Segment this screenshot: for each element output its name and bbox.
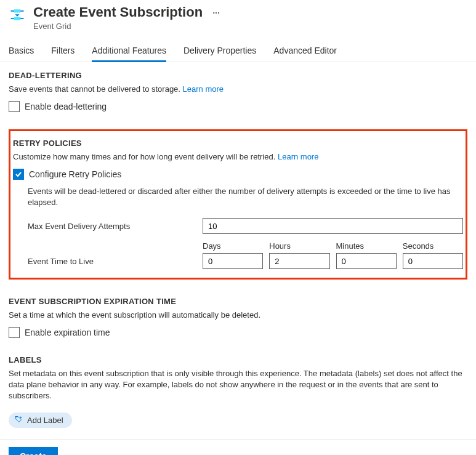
tag-plus-icon [15, 416, 22, 425]
tabs: Basics Filters Additional Features Deliv… [0, 42, 476, 62]
tab-basics[interactable]: Basics [9, 42, 34, 62]
ttl-days-label: Days [203, 241, 263, 251]
checkbox-enable-dead-lettering[interactable] [9, 101, 20, 112]
checkbox-label-expiration: Enable expiration time [25, 328, 110, 337]
section-title-expiration: EVENT SUBSCRIPTION EXPIRATION TIME [9, 297, 467, 306]
input-ttl-minutes[interactable] [336, 253, 397, 269]
learn-more-retry-policies[interactable]: Learn more [278, 152, 318, 161]
svg-rect-3 [14, 17, 21, 20]
checkbox-configure-retry-policies[interactable] [13, 169, 24, 180]
label-event-ttl: Event Time to Live [28, 257, 203, 269]
tab-advanced-editor[interactable]: Advanced Editor [273, 42, 337, 62]
create-button[interactable]: Create [9, 447, 58, 455]
event-grid-icon [9, 6, 26, 23]
checkbox-label-retry-policies: Configure Retry Policies [29, 169, 121, 179]
section-title-labels: LABELS [9, 355, 467, 364]
section-desc-expiration: Set a time at which the event subscripti… [9, 310, 467, 321]
ttl-seconds-label: Seconds [403, 241, 463, 251]
ttl-hours-label: Hours [269, 241, 329, 251]
checkbox-enable-expiration[interactable] [9, 327, 20, 338]
tab-filters[interactable]: Filters [51, 42, 75, 62]
input-max-attempts[interactable] [203, 218, 463, 234]
section-retry-policies-highlighted: RETRY POLICIES Customize how many times … [9, 129, 467, 280]
section-labels: LABELS Set metadata on this event subscr… [9, 355, 467, 428]
input-ttl-days[interactable] [203, 253, 263, 269]
tab-additional-features[interactable]: Additional Features [92, 42, 166, 62]
svg-rect-2 [14, 9, 21, 12]
input-ttl-seconds[interactable] [403, 253, 463, 269]
more-icon[interactable]: ··· [212, 8, 220, 18]
section-desc-dead-lettering: Save events that cannot be delivered to … [9, 84, 467, 95]
section-title-dead-lettering: DEAD-LETTERING [9, 71, 467, 80]
checkbox-label-dead-lettering: Enable dead-lettering [25, 102, 107, 111]
input-ttl-hours[interactable] [269, 253, 329, 269]
retry-note: Events will be dead-lettered or discarde… [28, 186, 463, 208]
section-dead-lettering: DEAD-LETTERING Save events that cannot b… [9, 71, 467, 112]
learn-more-dead-lettering[interactable]: Learn more [183, 84, 224, 94]
page-title: Create Event Subscription ··· [33, 4, 467, 22]
section-title-retry-policies: RETRY POLICIES [13, 139, 463, 148]
svg-point-4 [17, 417, 18, 419]
section-desc-retry-policies: Customize how many times and for how lon… [13, 151, 463, 163]
tab-delivery-properties[interactable]: Delivery Properties [184, 42, 256, 62]
footer: Create [0, 439, 476, 455]
section-expiration: EVENT SUBSCRIPTION EXPIRATION TIME Set a… [9, 297, 467, 338]
ttl-minutes-label: Minutes [336, 241, 397, 251]
section-desc-labels: Set metadata on this event subscription … [9, 368, 467, 401]
page-subtitle: Event Grid [33, 22, 467, 31]
label-max-attempts: Max Event Delivery Attempts [28, 222, 203, 231]
add-label-button[interactable]: Add Label [9, 413, 72, 428]
page-header: Create Event Subscription ··· Event Grid [0, 0, 476, 33]
